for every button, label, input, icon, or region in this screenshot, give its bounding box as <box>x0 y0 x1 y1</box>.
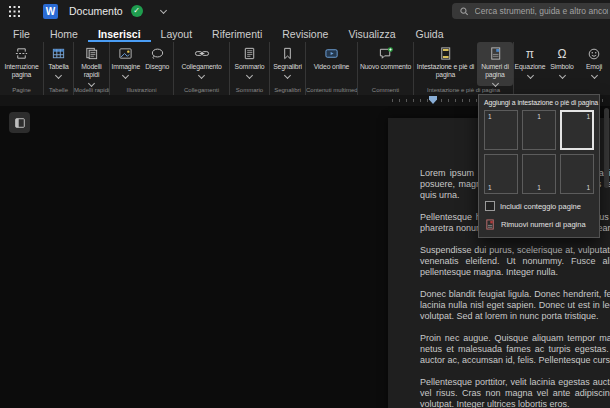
group-label-sommario: Sommario <box>230 87 269 95</box>
tab-inserisci[interactable]: Inserisci <box>88 22 151 42</box>
ribbon-group-segnalibri: Segnalibri Segnalibri <box>270 42 306 95</box>
new-comment-button[interactable]: Nuovo commento <box>358 42 413 71</box>
indent-marker[interactable] <box>429 96 437 104</box>
draw-button[interactable]: Disegno <box>142 42 174 71</box>
chevron-down-icon <box>122 72 129 79</box>
chevron-down-icon <box>284 72 291 79</box>
ribbon-group-modelli-rapidi: Modelli rapidi Modelli rapidi <box>74 42 110 95</box>
equation-icon: π <box>526 46 534 61</box>
ribbon-group-intestazione: Intestazione e piè di pagina Numeri di p… <box>414 42 514 95</box>
group-label-commenti: Commenti <box>358 87 413 95</box>
remove-page-numbers-label: Rimuovi numeri di pagina <box>501 220 586 229</box>
group-label-tabelle: Tabelle <box>44 87 73 95</box>
group-label-pagine: Pagine <box>0 87 43 95</box>
ribbon-group-illustrazioni: Immagine Disegno Illustrazioni <box>110 42 174 95</box>
tab-revisione[interactable]: Revisione <box>272 22 338 42</box>
title-chevron-down-icon[interactable] <box>160 6 167 13</box>
page-number-option-bottom-left[interactable]: 1 <box>484 154 518 194</box>
chevron-down-icon <box>55 72 62 79</box>
page-break-button[interactable]: Interruzione pagina <box>0 42 43 79</box>
vertical-scrollbar[interactable] <box>604 108 609 188</box>
link-button[interactable]: Collegamento <box>174 42 229 78</box>
toc-button[interactable]: Sommario <box>230 42 269 78</box>
chevron-down-icon <box>88 80 95 87</box>
quick-parts-button[interactable]: Modelli rapidi <box>74 42 109 86</box>
page-number-options-grid: 1 1 1 1 1 1 <box>479 110 599 194</box>
ribbon-group-simboli: π Equazione Ω Simbolo Emoji <box>514 42 610 95</box>
image-icon <box>118 46 133 61</box>
checkbox-unchecked[interactable] <box>485 201 495 211</box>
page-number-icon <box>488 46 503 61</box>
search-placeholder: Cerca strumenti, guida e altro ancora <box>475 6 608 16</box>
chevron-down-icon <box>246 72 253 79</box>
page-numbers-dropdown: Aggiungi a intestazione o piè di pagina … <box>478 94 600 238</box>
ribbon-group-tabelle: Tabella Tabelle <box>44 42 74 95</box>
video-icon <box>324 46 340 61</box>
equation-button[interactable]: π Equazione <box>514 42 546 78</box>
include-page-count-option[interactable]: Includi conteggio pagine <box>479 194 599 214</box>
tab-riferimenti[interactable]: Riferimenti <box>202 22 272 42</box>
chevron-down-icon <box>590 72 597 79</box>
table-icon <box>51 46 66 61</box>
paragraph: Proin nec augue. Quisque aliquam tempor … <box>420 333 610 366</box>
search-icon <box>460 7 469 16</box>
toc-icon <box>242 46 257 61</box>
link-icon <box>194 46 210 61</box>
page-number-option-top-left[interactable]: 1 <box>484 110 518 150</box>
side-panel-icon <box>14 117 26 129</box>
group-label-collegamenti: Collegamenti <box>174 87 229 95</box>
online-video-button[interactable]: Video online <box>306 42 357 71</box>
paragraph: Donec blandit feugiat ligula. Donec hend… <box>420 289 610 322</box>
page-number-option-top-right[interactable]: 1 <box>560 110 594 150</box>
ribbon: Interruzione pagina Pagine Tabella Tabel… <box>0 42 610 96</box>
table-button[interactable]: Tabella <box>44 42 73 78</box>
group-label-segnalibri: Segnalibri <box>270 87 305 95</box>
symbol-icon: Ω <box>558 46 567 61</box>
tab-file[interactable]: File <box>3 22 40 42</box>
include-page-count-label: Includi conteggio pagine <box>500 202 581 211</box>
header-footer-icon <box>438 46 453 61</box>
tab-layout[interactable]: Layout <box>151 22 203 42</box>
group-label-modelli-rapidi: Modelli rapidi <box>74 87 109 95</box>
page-number-option-bottom-center[interactable]: 1 <box>522 154 556 194</box>
page-number-option-top-center[interactable]: 1 <box>522 110 556 150</box>
title-bar: W Documento ✓ Cerca strumenti, guida e a… <box>0 0 610 22</box>
emoji-button[interactable]: Emoji <box>578 42 610 78</box>
document-title: Documento <box>69 5 123 17</box>
navigation-pane-toggle-button[interactable] <box>9 112 30 133</box>
chevron-down-icon <box>558 72 565 79</box>
tab-home[interactable]: Home <box>40 22 88 42</box>
page-number-option-bottom-right[interactable]: 1 <box>560 154 594 194</box>
ribbon-group-collegamenti: Collegamento Collegamenti <box>174 42 230 95</box>
saved-to-cloud-icon: ✓ <box>131 5 143 17</box>
search-input[interactable]: Cerca strumenti, guida e altro ancora <box>452 3 610 19</box>
tab-guida[interactable]: Guida <box>405 22 453 42</box>
ribbon-group-pagine: Interruzione pagina Pagine <box>0 42 44 95</box>
paragraph: Suspendisse dui purus, scelerisque at, v… <box>420 245 610 278</box>
dropdown-title: Aggiungi a intestazione o piè di pagina <box>479 95 599 110</box>
paragraph: Pellentesque porttitor, velit lacinia eg… <box>420 377 610 408</box>
chevron-down-icon <box>198 72 205 79</box>
group-label-contenuti-multimediali: Contenuti multimediali <box>306 87 357 95</box>
page-break-icon <box>14 46 29 61</box>
bookmark-button[interactable]: Segnalibri <box>270 42 305 78</box>
ribbon-group-contenuti-multimediali: Video online Contenuti multimediali <box>306 42 358 95</box>
header-footer-button[interactable]: Intestazione e piè di pagina <box>414 42 477 79</box>
tab-visualizza[interactable]: Visualizza <box>338 22 405 42</box>
remove-page-numbers-option[interactable]: Rimuovi numeri di pagina <box>479 214 599 233</box>
quick-parts-icon <box>84 46 99 61</box>
group-label-illustrazioni: Illustrazioni <box>110 87 173 95</box>
ribbon-group-commenti: Nuovo commento Commenti <box>358 42 414 95</box>
draw-icon <box>150 46 165 61</box>
remove-page-numbers-icon <box>485 219 496 230</box>
chevron-down-icon <box>491 80 498 87</box>
symbol-button[interactable]: Ω Simbolo <box>546 42 578 78</box>
word-app-icon: W <box>43 4 58 19</box>
bookmark-icon <box>280 46 295 61</box>
comment-icon <box>378 46 394 61</box>
image-button[interactable]: Immagine <box>110 42 142 78</box>
menu-bar: File Home Inserisci Layout Riferimenti R… <box>0 22 610 42</box>
app-launcher-button[interactable] <box>0 6 30 17</box>
waffle-icon <box>9 6 20 17</box>
page-numbers-button[interactable]: Numeri di pagina <box>477 42 513 86</box>
